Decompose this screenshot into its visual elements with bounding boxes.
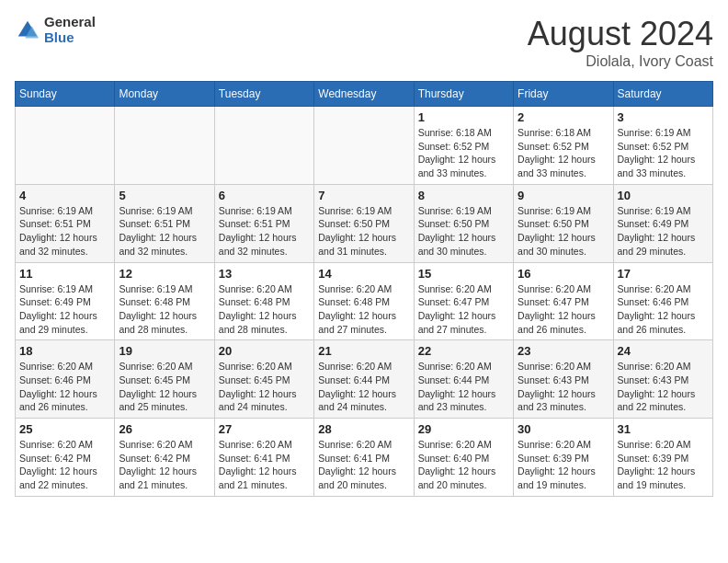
day-number: 8 xyxy=(418,189,509,202)
day-number: 11 xyxy=(19,267,110,281)
day-number: 19 xyxy=(119,344,210,358)
day-info: Sunrise: 6:20 AM Sunset: 6:45 PM Dayligh… xyxy=(119,360,210,414)
day-info: Sunrise: 6:19 AM Sunset: 6:48 PM Dayligh… xyxy=(119,282,210,337)
day-number: 18 xyxy=(19,344,110,358)
calendar-cell: 28Sunrise: 6:20 AM Sunset: 6:41 PM Dayli… xyxy=(314,419,414,497)
day-info: Sunrise: 6:20 AM Sunset: 6:41 PM Dayligh… xyxy=(219,438,310,492)
calendar-cell: 22Sunrise: 6:20 AM Sunset: 6:44 PM Dayli… xyxy=(414,340,513,419)
day-number: 22 xyxy=(418,344,509,358)
calendar-cell: 20Sunrise: 6:20 AM Sunset: 6:45 PM Dayli… xyxy=(214,340,313,419)
calendar-cell xyxy=(214,107,313,185)
day-info: Sunrise: 6:19 AM Sunset: 6:51 PM Dayligh… xyxy=(19,204,110,259)
day-number: 13 xyxy=(219,267,310,281)
day-info: Sunrise: 6:19 AM Sunset: 6:52 PM Dayligh… xyxy=(618,126,709,180)
day-info: Sunrise: 6:20 AM Sunset: 6:47 PM Dayligh… xyxy=(418,282,509,337)
day-info: Sunrise: 6:19 AM Sunset: 6:49 PM Dayligh… xyxy=(19,282,110,337)
calendar-cell: 15Sunrise: 6:20 AM Sunset: 6:47 PM Dayli… xyxy=(414,262,513,340)
day-info: Sunrise: 6:20 AM Sunset: 6:46 PM Dayligh… xyxy=(618,282,709,337)
day-number: 2 xyxy=(518,110,609,124)
day-number: 15 xyxy=(418,267,509,281)
day-info: Sunrise: 6:20 AM Sunset: 6:43 PM Dayligh… xyxy=(618,360,709,414)
weekday-header-sunday: Sunday xyxy=(16,82,115,107)
calendar-table: SundayMondayTuesdayWednesdayThursdayFrid… xyxy=(15,81,713,497)
calendar-cell: 7Sunrise: 6:19 AM Sunset: 6:50 PM Daylig… xyxy=(314,184,414,262)
day-info: Sunrise: 6:20 AM Sunset: 6:46 PM Dayligh… xyxy=(19,360,110,414)
calendar-cell: 4Sunrise: 6:19 AM Sunset: 6:51 PM Daylig… xyxy=(16,184,115,262)
day-number: 6 xyxy=(219,189,310,202)
month-year: August 2024 xyxy=(528,15,713,53)
calendar-week-row: 11Sunrise: 6:19 AM Sunset: 6:49 PM Dayli… xyxy=(16,262,713,340)
calendar-cell: 6Sunrise: 6:19 AM Sunset: 6:51 PM Daylig… xyxy=(214,184,313,262)
weekday-header-thursday: Thursday xyxy=(414,82,513,107)
calendar-cell: 21Sunrise: 6:20 AM Sunset: 6:44 PM Dayli… xyxy=(314,340,414,419)
day-number: 9 xyxy=(518,189,609,202)
day-info: Sunrise: 6:20 AM Sunset: 6:43 PM Dayligh… xyxy=(518,360,609,414)
day-info: Sunrise: 6:19 AM Sunset: 6:50 PM Dayligh… xyxy=(318,204,409,259)
day-number: 28 xyxy=(318,422,409,436)
day-info: Sunrise: 6:18 AM Sunset: 6:52 PM Dayligh… xyxy=(418,126,509,180)
day-number: 30 xyxy=(518,422,609,436)
weekday-header-tuesday: Tuesday xyxy=(214,82,313,107)
logo-icon xyxy=(15,17,40,43)
day-number: 16 xyxy=(518,267,609,281)
day-info: Sunrise: 6:20 AM Sunset: 6:48 PM Dayligh… xyxy=(318,282,409,337)
calendar-cell: 14Sunrise: 6:20 AM Sunset: 6:48 PM Dayli… xyxy=(314,262,414,340)
day-info: Sunrise: 6:20 AM Sunset: 6:41 PM Dayligh… xyxy=(318,438,409,492)
day-number: 1 xyxy=(418,110,509,124)
location: Diolala, Ivory Coast xyxy=(528,53,713,70)
calendar-cell: 19Sunrise: 6:20 AM Sunset: 6:45 PM Dayli… xyxy=(115,340,214,419)
day-info: Sunrise: 6:20 AM Sunset: 6:45 PM Dayligh… xyxy=(219,360,310,414)
logo: General Blue xyxy=(15,15,96,45)
calendar-cell: 17Sunrise: 6:20 AM Sunset: 6:46 PM Dayli… xyxy=(613,262,712,340)
day-info: Sunrise: 6:20 AM Sunset: 6:42 PM Dayligh… xyxy=(119,438,210,492)
calendar-cell: 16Sunrise: 6:20 AM Sunset: 6:47 PM Dayli… xyxy=(514,262,613,340)
calendar-week-row: 1Sunrise: 6:18 AM Sunset: 6:52 PM Daylig… xyxy=(16,107,713,185)
day-number: 3 xyxy=(618,110,709,124)
weekday-header-monday: Monday xyxy=(115,82,214,107)
logo-general-text: General xyxy=(44,15,96,30)
calendar-cell xyxy=(314,107,414,185)
calendar-cell: 9Sunrise: 6:19 AM Sunset: 6:50 PM Daylig… xyxy=(514,184,613,262)
calendar-cell: 1Sunrise: 6:18 AM Sunset: 6:52 PM Daylig… xyxy=(414,107,513,185)
day-number: 27 xyxy=(219,422,310,436)
calendar-cell xyxy=(16,107,115,185)
day-info: Sunrise: 6:20 AM Sunset: 6:40 PM Dayligh… xyxy=(418,438,509,492)
day-number: 31 xyxy=(618,422,709,436)
day-number: 23 xyxy=(518,344,609,358)
day-number: 10 xyxy=(618,189,709,202)
day-info: Sunrise: 6:19 AM Sunset: 6:51 PM Dayligh… xyxy=(119,204,210,259)
calendar-cell: 8Sunrise: 6:19 AM Sunset: 6:50 PM Daylig… xyxy=(414,184,513,262)
page-header: General Blue August 2024 Diolala, Ivory … xyxy=(15,15,713,70)
calendar-cell xyxy=(115,107,214,185)
logo-blue-text: Blue xyxy=(44,30,96,46)
day-info: Sunrise: 6:19 AM Sunset: 6:50 PM Dayligh… xyxy=(518,204,609,259)
title-block: August 2024 Diolala, Ivory Coast xyxy=(528,15,713,70)
day-number: 25 xyxy=(19,422,110,436)
day-info: Sunrise: 6:19 AM Sunset: 6:50 PM Dayligh… xyxy=(418,204,509,259)
calendar-cell: 18Sunrise: 6:20 AM Sunset: 6:46 PM Dayli… xyxy=(16,340,115,419)
day-info: Sunrise: 6:20 AM Sunset: 6:42 PM Dayligh… xyxy=(19,438,110,492)
calendar-cell: 26Sunrise: 6:20 AM Sunset: 6:42 PM Dayli… xyxy=(115,419,214,497)
calendar-cell: 2Sunrise: 6:18 AM Sunset: 6:52 PM Daylig… xyxy=(514,107,613,185)
weekday-header-friday: Friday xyxy=(514,82,613,107)
weekday-header-wednesday: Wednesday xyxy=(314,82,414,107)
calendar-cell: 5Sunrise: 6:19 AM Sunset: 6:51 PM Daylig… xyxy=(115,184,214,262)
calendar-cell: 12Sunrise: 6:19 AM Sunset: 6:48 PM Dayli… xyxy=(115,262,214,340)
day-number: 20 xyxy=(219,344,310,358)
day-number: 26 xyxy=(119,422,210,436)
calendar-week-row: 4Sunrise: 6:19 AM Sunset: 6:51 PM Daylig… xyxy=(16,184,713,262)
calendar-week-row: 18Sunrise: 6:20 AM Sunset: 6:46 PM Dayli… xyxy=(16,340,713,419)
calendar-cell: 24Sunrise: 6:20 AM Sunset: 6:43 PM Dayli… xyxy=(613,340,712,419)
day-number: 17 xyxy=(618,267,709,281)
day-number: 7 xyxy=(318,189,409,202)
calendar-cell: 11Sunrise: 6:19 AM Sunset: 6:49 PM Dayli… xyxy=(16,262,115,340)
day-info: Sunrise: 6:19 AM Sunset: 6:51 PM Dayligh… xyxy=(219,204,310,259)
calendar-cell: 30Sunrise: 6:20 AM Sunset: 6:39 PM Dayli… xyxy=(514,419,613,497)
day-number: 14 xyxy=(318,267,409,281)
calendar-week-row: 25Sunrise: 6:20 AM Sunset: 6:42 PM Dayli… xyxy=(16,419,713,497)
day-info: Sunrise: 6:20 AM Sunset: 6:44 PM Dayligh… xyxy=(318,360,409,414)
calendar-cell: 27Sunrise: 6:20 AM Sunset: 6:41 PM Dayli… xyxy=(214,419,313,497)
calendar-cell: 13Sunrise: 6:20 AM Sunset: 6:48 PM Dayli… xyxy=(214,262,313,340)
weekday-header-saturday: Saturday xyxy=(613,82,712,107)
calendar-cell: 3Sunrise: 6:19 AM Sunset: 6:52 PM Daylig… xyxy=(613,107,712,185)
